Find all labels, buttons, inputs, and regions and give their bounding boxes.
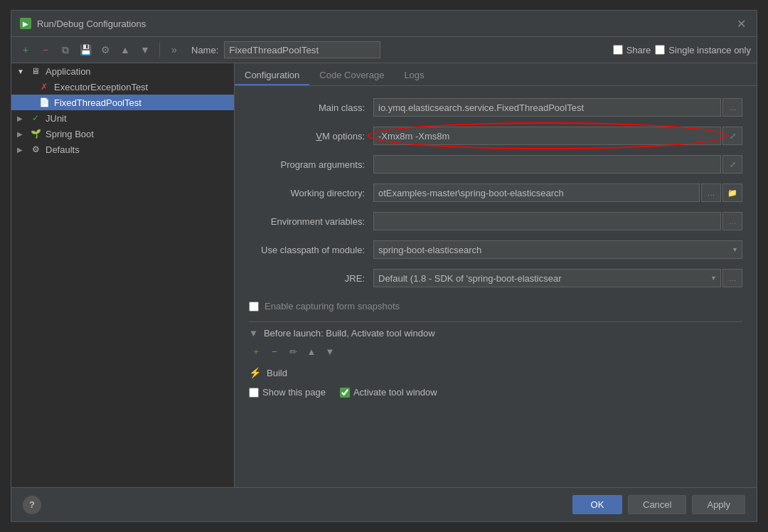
single-instance-checkbox[interactable] (655, 45, 665, 55)
before-launch-up-btn[interactable]: ▲ (304, 344, 319, 358)
jre-select[interactable]: Default (1.8 - SDK of 'spring-boot-elast… (373, 269, 721, 287)
move-down-button[interactable]: ▼ (137, 41, 154, 58)
before-launch-edit-btn[interactable]: ✏ (286, 344, 300, 358)
capture-checkbox[interactable] (249, 302, 259, 312)
before-launch-down-btn[interactable]: ▼ (323, 344, 337, 358)
sidebar-item-executor[interactable]: ✗ ExecutorExceptionTest (11, 79, 234, 95)
remove-button[interactable]: − (37, 41, 54, 58)
main-class-browse-btn[interactable]: … (722, 98, 742, 117)
classpath-label: Use classpath of module: (249, 245, 373, 255)
build-item: ⚡ Build (249, 364, 742, 381)
arrow-spring: ▶ (17, 130, 26, 138)
env-vars-label: Environment variables: (249, 216, 373, 227)
jre-browse-btn[interactable]: … (722, 269, 742, 287)
vm-label-underline: V (316, 131, 322, 142)
before-launch-title: Before launch: Build, Activate tool wind… (264, 328, 435, 339)
main-class-input[interactable] (373, 98, 721, 117)
sidebar-item-application[interactable]: ▼ 🖥 Application (11, 63, 234, 79)
tab-code-coverage[interactable]: Code Coverage (309, 66, 394, 85)
settings-button[interactable]: ⚙ (97, 41, 114, 58)
fixed-thread-icon: 📄 (38, 97, 50, 108)
share-label: Share (626, 45, 651, 55)
before-launch-toolbar: + − ✏ ▲ ▼ (249, 341, 742, 364)
dialog-title: Run/Debug Configurations (37, 18, 146, 29)
cancel-button[interactable]: Cancel (628, 495, 686, 514)
main-class-input-group: … (373, 98, 742, 117)
close-button[interactable]: ✕ (734, 16, 748, 31)
help-button[interactable]: ? (23, 496, 41, 514)
program-args-browse-btn[interactable]: ⤢ (722, 155, 742, 174)
program-args-input[interactable] (373, 155, 721, 174)
tab-configuration[interactable]: Configuration (235, 66, 309, 85)
add-button[interactable]: + (17, 41, 34, 58)
before-launch-arrow: ▼ (249, 328, 258, 339)
copy-button[interactable]: ⧉ (57, 41, 74, 58)
ok-button[interactable]: OK (572, 495, 622, 514)
activate-window-label[interactable]: Activate tool window (340, 387, 437, 398)
working-dir-browse-btn[interactable]: … (701, 183, 721, 202)
jre-select-wrapper: Default (1.8 - SDK of 'spring-boot-elast… (373, 269, 721, 287)
spring-boot-icon: 🌱 (30, 128, 41, 139)
main-content: ▼ 🖥 Application ✗ ExecutorExceptionTest … (11, 63, 757, 487)
name-bar: Name: (191, 41, 602, 58)
toolbar: + − ⧉ 💾 ⚙ ▲ ▼ » Name: Share Single insta… (11, 37, 757, 63)
jre-row: JRE: Default (1.8 - SDK of 'spring-boot-… (249, 268, 742, 288)
classpath-select-wrapper: spring-boot-elasticsearch (373, 240, 742, 259)
classpath-select[interactable]: spring-boot-elasticsearch (373, 240, 742, 259)
executor-icon: ✗ (38, 81, 50, 92)
tab-logs[interactable]: Logs (394, 66, 434, 85)
program-args-input-group: ⤢ (373, 155, 742, 174)
sidebar-item-spring-boot[interactable]: ▶ 🌱 Spring Boot (11, 126, 234, 142)
vm-options-label: VM options: (249, 131, 373, 142)
capture-label: Enable capturing form snapshots (265, 301, 400, 312)
junit-icon: ✓ (30, 112, 41, 124)
working-dir-folder-btn[interactable]: 📁 (722, 183, 742, 202)
defaults-label: Defaults (46, 144, 80, 155)
vm-options-row: VM options: ⤢ (249, 126, 742, 146)
toolbar-separator (159, 43, 160, 57)
program-args-label: Program arguments: (249, 159, 373, 170)
classpath-row: Use classpath of module: spring-boot-ela… (249, 240, 742, 260)
move-up-button[interactable]: ▲ (117, 41, 134, 58)
vm-options-input[interactable] (373, 127, 721, 145)
sidebar-item-junit[interactable]: ▶ ✓ JUnit (11, 110, 234, 126)
share-checkbox-label[interactable]: Share (613, 45, 651, 55)
save-button[interactable]: 💾 (77, 41, 94, 58)
title-bar: ▶ Run/Debug Configurations ✕ (11, 11, 757, 37)
show-page-checkbox[interactable] (249, 388, 259, 398)
title-bar-left: ▶ Run/Debug Configurations (20, 18, 146, 29)
activate-window-checkbox[interactable] (340, 388, 350, 398)
main-class-row: Main class: … (249, 97, 742, 117)
working-dir-row: Working directory: … 📁 (249, 183, 742, 203)
show-page-text: Show this page (262, 387, 326, 398)
jre-label: JRE: (249, 273, 373, 284)
apply-button[interactable]: Apply (692, 495, 745, 514)
build-icon: ⚡ (249, 367, 261, 378)
capture-row: Enable capturing form snapshots (249, 297, 742, 316)
before-launch-add-btn[interactable]: + (249, 344, 263, 358)
right-panel: Configuration Code Coverage Logs Main cl… (235, 63, 757, 487)
single-instance-checkbox-label[interactable]: Single instance only (655, 45, 751, 55)
sidebar-item-defaults[interactable]: ▶ ⚙ Defaults (11, 142, 234, 157)
before-launch-remove-btn[interactable]: − (267, 344, 282, 358)
show-page-label[interactable]: Show this page (249, 387, 326, 398)
sidebar-item-fixed-thread[interactable]: 📄 FixedThreadPoolTest (11, 95, 234, 110)
junit-label: JUnit (46, 113, 67, 124)
program-args-row: Program arguments: ⤢ (249, 154, 742, 174)
tabs: Configuration Code Coverage Logs (235, 63, 757, 86)
env-vars-input[interactable] (373, 212, 721, 230)
application-icon: 🖥 (30, 65, 41, 77)
share-checkbox[interactable] (613, 45, 623, 55)
env-vars-input-group: … (373, 212, 742, 230)
more-button[interactable]: » (166, 41, 183, 58)
main-class-label: Main class: (249, 102, 373, 113)
sidebar: ▼ 🖥 Application ✗ ExecutorExceptionTest … (11, 63, 235, 487)
name-input[interactable] (224, 41, 380, 58)
name-label: Name: (191, 45, 218, 55)
vm-options-expand-btn[interactable]: ⤢ (722, 127, 742, 145)
env-vars-browse-btn[interactable]: … (722, 212, 742, 230)
fixed-thread-label: FixedThreadPoolTest (54, 97, 142, 108)
working-dir-input[interactable] (373, 183, 700, 202)
before-launch-section: ▼ Before launch: Build, Activate tool wi… (249, 321, 742, 341)
run-debug-dialog: ▶ Run/Debug Configurations ✕ + − ⧉ 💾 ⚙ ▲… (11, 10, 757, 522)
